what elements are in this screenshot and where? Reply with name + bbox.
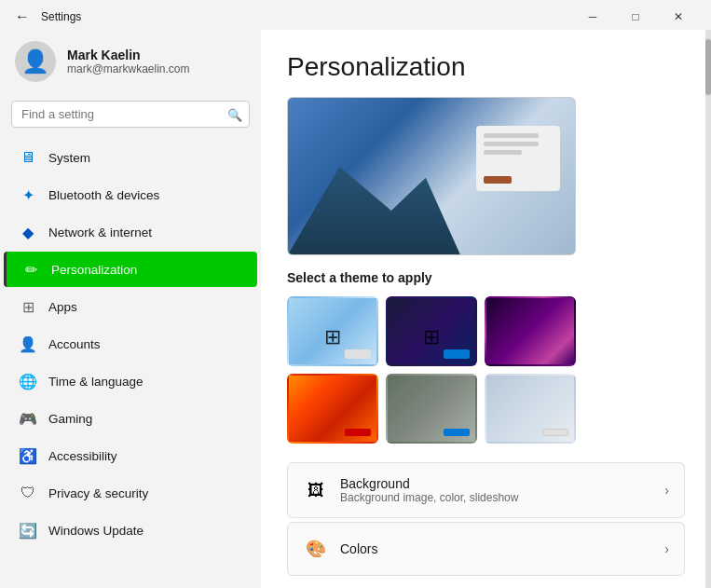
user-name: Mark Kaelin <box>67 48 190 62</box>
page-title: Personalization <box>287 52 685 82</box>
search-input[interactable] <box>11 101 250 128</box>
system-icon: 🖥 <box>19 148 37 167</box>
user-profile: 👤 Mark Kaelin mark@markwkaelin.com <box>0 30 261 97</box>
title-bar-left: ← Settings <box>11 7 81 27</box>
background-title: Background <box>340 476 518 491</box>
nav-update-label: Windows Update <box>48 524 144 538</box>
nav-accounts-label: Accounts <box>48 337 101 351</box>
sidebar: 👤 Mark Kaelin mark@markwkaelin.com 🔍 🖥 S… <box>0 30 261 588</box>
select-theme-label: Select a theme to apply <box>287 270 685 285</box>
theme-card-4[interactable] <box>287 374 378 444</box>
nav-system[interactable]: 🖥 System <box>4 140 257 175</box>
minimize-button[interactable]: ─ <box>571 2 614 32</box>
theme-1-badge <box>345 349 371 359</box>
nav-personalization[interactable]: ✏ Personalization <box>4 252 257 287</box>
preview-button <box>484 176 512 184</box>
back-button[interactable]: ← <box>11 7 34 27</box>
gaming-icon: 🎮 <box>19 409 37 428</box>
background-desc: Background image, color, slideshow <box>340 491 518 504</box>
scrollbar-thumb[interactable] <box>705 39 711 95</box>
colors-title: Colors <box>340 541 377 556</box>
close-button[interactable]: ✕ <box>657 2 700 32</box>
theme-card-3[interactable] <box>485 296 576 366</box>
nav-time-label: Time & language <box>48 375 144 389</box>
theme-2-badge <box>444 349 470 359</box>
theme-card-2[interactable]: ⊞ <box>386 296 477 366</box>
personalization-icon: ✏ <box>21 260 40 279</box>
network-icon: ◆ <box>19 223 37 241</box>
accessibility-icon: ♿ <box>19 446 37 465</box>
preview-line-3 <box>484 150 522 155</box>
avatar-icon: 👤 <box>21 48 49 75</box>
user-info: Mark Kaelin mark@markwkaelin.com <box>67 48 190 75</box>
preview-line-1 <box>484 133 539 138</box>
nav-bluetooth-label: Bluetooth & devices <box>48 188 159 202</box>
background-chevron: › <box>664 483 669 498</box>
scrollbar[interactable] <box>705 30 711 588</box>
title-bar-controls: ─ □ ✕ <box>571 2 700 32</box>
nav-accounts[interactable]: 👤 Accounts <box>4 326 257 362</box>
nav-network-label: Network & internet <box>48 226 152 239</box>
nav-privacy-label: Privacy & security <box>48 486 148 500</box>
update-icon: 🔄 <box>19 521 37 540</box>
bluetooth-icon: ✦ <box>19 185 37 204</box>
maximize-button[interactable]: □ <box>614 2 657 32</box>
theme-2-icon: ⊞ <box>423 325 440 349</box>
preview-line-2 <box>484 142 539 146</box>
settings-colors-left: 🎨 Colors <box>303 536 377 562</box>
nav-system-label: System <box>48 151 90 165</box>
nav-network[interactable]: ◆ Network & internet <box>4 214 257 250</box>
apps-icon: ⊞ <box>19 297 37 316</box>
title-bar-title: Settings <box>41 10 81 23</box>
themes-grid: ⊞ ⊞ <box>287 296 576 444</box>
nav-apps[interactable]: ⊞ Apps <box>4 289 257 324</box>
theme-1-icon: ⊞ <box>324 325 341 349</box>
settings-item-background[interactable]: 🖼 Background Background image, color, sl… <box>287 462 685 518</box>
user-email: mark@markwkaelin.com <box>67 62 190 75</box>
avatar: 👤 <box>15 41 56 82</box>
main-content: 👤 Mark Kaelin mark@markwkaelin.com 🔍 🖥 S… <box>0 30 711 588</box>
accounts-icon: 👤 <box>19 335 37 353</box>
preview-window <box>476 126 560 191</box>
settings-colors-text: Colors <box>340 541 377 556</box>
content-area: Personalization Select a theme to apply … <box>261 30 711 588</box>
background-icon: 🖼 <box>303 477 329 503</box>
settings-list: 🖼 Background Background image, color, sl… <box>287 462 685 576</box>
title-bar: ← Settings ─ □ ✕ <box>0 0 711 30</box>
preview-mountain <box>288 144 460 254</box>
theme-preview <box>287 97 576 255</box>
settings-item-colors[interactable]: 🎨 Colors › <box>287 522 685 576</box>
settings-background-text: Background Background image, color, slid… <box>340 476 518 504</box>
theme-4-badge <box>345 429 371 436</box>
nav-accessibility-label: Accessibility <box>48 449 117 463</box>
theme-card-5[interactable] <box>386 374 477 444</box>
nav-apps-label: Apps <box>48 300 77 314</box>
nav-gaming[interactable]: 🎮 Gaming <box>4 401 257 436</box>
nav-gaming-label: Gaming <box>48 412 92 426</box>
nav-bluetooth[interactable]: ✦ Bluetooth & devices <box>4 177 257 212</box>
search-icon: 🔍 <box>227 107 242 121</box>
colors-chevron: › <box>664 541 669 556</box>
colors-icon: 🎨 <box>303 536 329 562</box>
theme-card-1[interactable]: ⊞ <box>287 296 378 366</box>
privacy-icon: 🛡 <box>19 484 37 502</box>
nav-privacy[interactable]: 🛡 Privacy & security <box>4 475 257 511</box>
nav-accessibility[interactable]: ♿ Accessibility <box>4 438 257 473</box>
theme-card-6[interactable] <box>485 374 576 444</box>
theme-6-badge <box>542 429 568 436</box>
nav-update[interactable]: 🔄 Windows Update <box>4 513 257 548</box>
nav-personalization-label: Personalization <box>51 263 137 277</box>
theme-5-badge <box>444 429 470 436</box>
time-icon: 🌐 <box>19 372 37 390</box>
settings-background-left: 🖼 Background Background image, color, sl… <box>303 476 518 504</box>
search-box: 🔍 <box>11 101 250 128</box>
nav-time[interactable]: 🌐 Time & language <box>4 363 257 399</box>
